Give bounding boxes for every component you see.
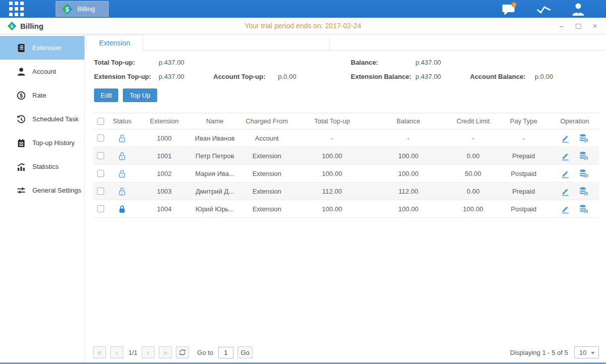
- lock-open-icon[interactable]: [117, 187, 127, 196]
- cell-name: Юрий Юрь...: [193, 200, 237, 217]
- top-up-row-icon[interactable]: $: [578, 204, 589, 214]
- row-checkbox[interactable]: [97, 205, 104, 212]
- total-topup-value: p.437.00: [159, 59, 213, 66]
- topup-history-ledger-icon: [17, 139, 26, 148]
- minimize-button[interactable]: –: [557, 22, 566, 30]
- lock-open-icon[interactable]: [117, 151, 127, 161]
- sidebar-item-label: Extension: [32, 44, 61, 52]
- table-row[interactable]: 1001 Петр Петров Extension 100.00 100.00…: [93, 147, 599, 165]
- cell-name: Петр Петров: [193, 147, 237, 164]
- edit-row-icon[interactable]: [561, 204, 570, 214]
- apps-grid-glyph: [9, 2, 24, 16]
- row-checkbox[interactable]: [97, 134, 104, 142]
- extension-balance-label: Extension Balance:: [351, 73, 415, 80]
- total-topup-label: Total Top-up:: [94, 59, 159, 66]
- top-up-button[interactable]: Top Up: [123, 88, 157, 102]
- account-person-icon: [17, 67, 26, 76]
- table-row[interactable]: 1003 Дмитрий Д... Extension 112.00 112.0…: [93, 183, 599, 200]
- cell-credit-limit: 50.00: [449, 165, 497, 182]
- tab-strip: Extension: [85, 34, 606, 51]
- window-title: Billing: [20, 22, 43, 30]
- edit-button[interactable]: Edit: [94, 88, 118, 102]
- messages-icon[interactable]: !: [501, 2, 518, 17]
- edit-row-icon[interactable]: [561, 133, 570, 143]
- prev-page-button[interactable]: ‹: [110, 346, 123, 358]
- edit-row-icon[interactable]: [561, 187, 570, 196]
- extension-topup-label: Extension Top-up:: [94, 73, 159, 80]
- top-up-row-icon[interactable]: $: [578, 169, 589, 178]
- scheduled-task-clock-icon: [17, 115, 26, 124]
- cell-extension: 1003: [136, 183, 193, 200]
- tab-extension[interactable]: Extension: [86, 35, 143, 51]
- top-up-row-icon[interactable]: $: [578, 187, 589, 196]
- cell-extension: 1004: [136, 200, 193, 217]
- sidebar-item-rate[interactable]: $ Rate: [0, 83, 84, 107]
- last-page-button[interactable]: »: [159, 346, 172, 358]
- cell-name: Дмитрий Д...: [193, 183, 237, 200]
- top-up-row-icon[interactable]: $: [578, 151, 589, 161]
- sidebar-item-extension[interactable]: Extension: [0, 36, 84, 60]
- cell-total-topup: 100.00: [297, 165, 367, 182]
- cell-charged-from: Extension: [237, 200, 297, 217]
- lock-open-icon[interactable]: [117, 133, 127, 143]
- cell-credit-limit: -: [449, 129, 497, 147]
- cell-total-topup: 100.00: [297, 147, 367, 164]
- lock-open-icon[interactable]: [117, 169, 127, 178]
- cell-extension: 1002: [136, 165, 193, 182]
- close-button[interactable]: ×: [591, 22, 599, 30]
- row-checkbox[interactable]: [97, 152, 104, 159]
- maximize-glyph: [576, 24, 581, 29]
- col-pay-type: Pay Type: [497, 113, 550, 129]
- sidebar-item-general-settings[interactable]: General Settings: [0, 178, 84, 202]
- billing-diamond-icon: $: [61, 3, 73, 15]
- pagination-bar: « ‹ 1/1 › » Go to Go Displaying: [93, 346, 599, 358]
- statistics-chart-icon: [17, 162, 26, 171]
- cell-charged-from: Extension: [237, 183, 297, 200]
- edit-row-icon[interactable]: [561, 169, 570, 178]
- cell-balance: 100.00: [367, 165, 449, 182]
- svg-text:$: $: [585, 192, 587, 196]
- table-row[interactable]: 1002 Мария Ива... Extension 100.00 100.0…: [93, 165, 599, 183]
- extension-balance-value: p.437.00: [415, 73, 470, 80]
- taskbar-app-label: Billing: [77, 5, 95, 13]
- col-operation: Operation: [550, 113, 599, 129]
- cell-balance: 100.00: [367, 147, 449, 164]
- go-button[interactable]: Go: [238, 346, 253, 358]
- col-extension: Extension: [136, 113, 193, 129]
- cell-charged-from: Extension: [237, 165, 297, 182]
- select-all-checkbox[interactable]: [97, 118, 104, 125]
- first-page-button[interactable]: «: [93, 346, 106, 358]
- row-checkbox[interactable]: [97, 188, 104, 195]
- refresh-button[interactable]: [176, 346, 189, 358]
- user-account-icon[interactable]: [570, 2, 587, 17]
- message-bubble-glyph: !: [501, 2, 518, 16]
- go-to-label: Go to: [197, 349, 213, 356]
- sidebar-item-topup-history[interactable]: Top-up History: [0, 131, 84, 155]
- sidebar-item-label: General Settings: [32, 187, 81, 194]
- go-to-input[interactable]: [218, 347, 234, 358]
- next-page-button[interactable]: ›: [142, 346, 155, 358]
- resource-monitor-icon[interactable]: [535, 2, 552, 17]
- top-up-row-icon[interactable]: $: [578, 133, 589, 143]
- account-topup-label: Account Top-up:: [213, 73, 278, 80]
- cell-total-topup: 100.00: [297, 200, 367, 217]
- edit-row-icon[interactable]: [561, 151, 570, 161]
- sidebar-item-scheduled-task[interactable]: Scheduled Task: [0, 107, 84, 131]
- table-row[interactable]: 1000 Иван Иванов Account - - - -: [93, 129, 599, 147]
- taskbar-billing-button[interactable]: $ Billing: [56, 1, 109, 17]
- row-checkbox[interactable]: [97, 170, 104, 177]
- sidebar-item-statistics[interactable]: Statistics: [0, 155, 84, 178]
- lock-closed-icon[interactable]: [117, 204, 127, 214]
- svg-text:$: $: [585, 174, 587, 178]
- balance-value: p.437.00: [415, 59, 470, 66]
- apps-grid-icon[interactable]: [0, 0, 32, 18]
- table-row[interactable]: 1004 Юрий Юрь... Extension 100.00 100.00…: [93, 200, 599, 218]
- tab-strip-stub: [143, 34, 330, 50]
- cell-pay-type: -: [497, 129, 550, 147]
- page-size-value: 10: [579, 349, 586, 356]
- page-size-select[interactable]: 10: [574, 346, 599, 358]
- maximize-button[interactable]: [574, 22, 582, 30]
- sidebar-item-account[interactable]: Account: [0, 60, 84, 83]
- cell-pay-type: Prepaid: [497, 147, 550, 164]
- line-chart-glyph: [536, 3, 551, 15]
